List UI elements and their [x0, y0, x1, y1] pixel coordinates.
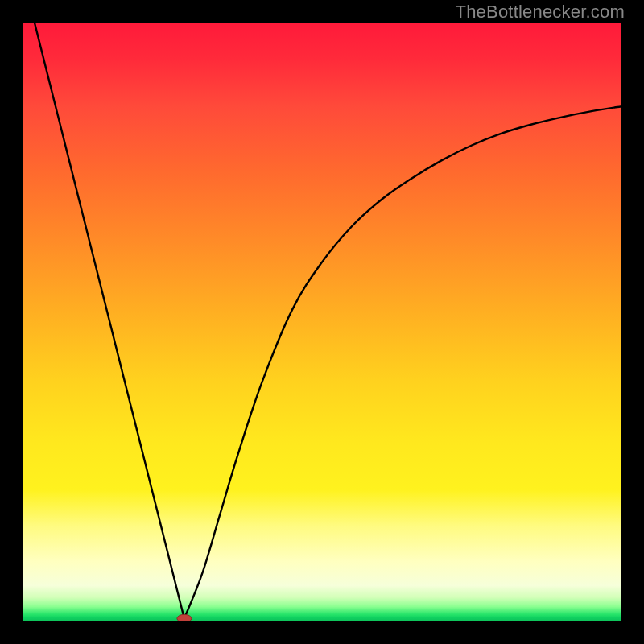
curve-left-branch	[35, 23, 184, 618]
curve-right-branch	[184, 106, 621, 618]
chart-stage: TheBottlenecker.com	[0, 0, 644, 644]
minimum-marker	[177, 614, 192, 621]
bottleneck-curve	[35, 23, 621, 618]
watermark-text: TheBottlenecker.com	[456, 2, 625, 23]
curve-layer	[23, 23, 621, 621]
plot-area	[23, 23, 621, 621]
